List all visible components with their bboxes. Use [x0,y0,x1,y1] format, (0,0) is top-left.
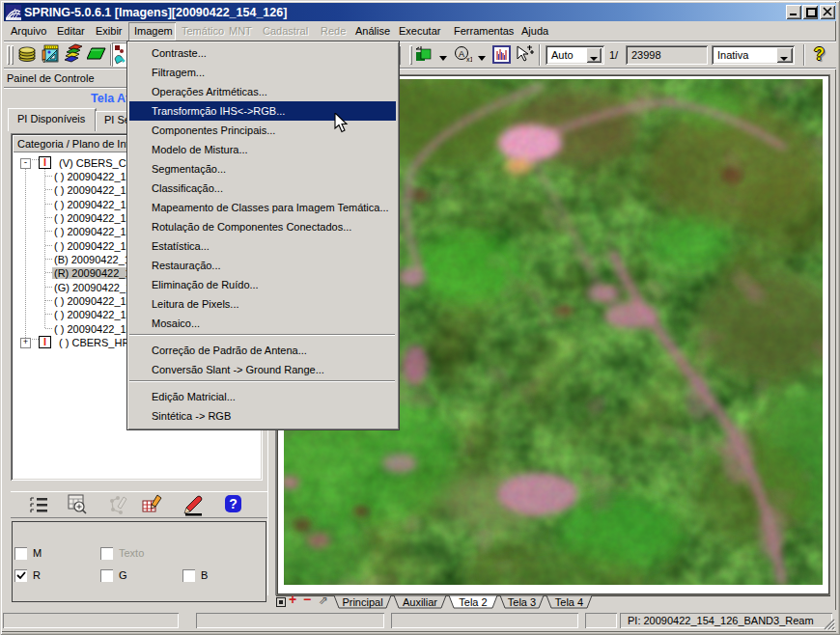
svg-text:?: ? [229,496,238,511]
svg-text:A: A [459,49,464,59]
svg-text:Tela 4: Tela 4 [555,596,583,608]
svg-text:Tela 2: Tela 2 [459,596,487,608]
svg-text:Principal: Principal [342,596,382,608]
svg-text:x1: x1 [466,56,472,63]
svg-text:Auxiliar: Auxiliar [403,596,437,608]
svg-text:Tela 3: Tela 3 [508,596,536,608]
